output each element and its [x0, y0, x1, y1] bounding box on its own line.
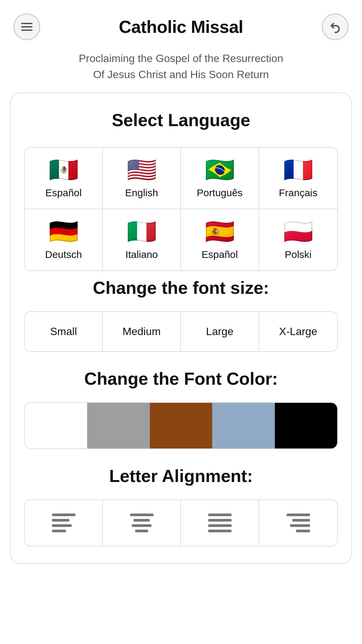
language-label-espanol-mx: Español [45, 187, 81, 199]
flag-es: 🇪🇸 [205, 219, 235, 244]
align-left-icon [52, 514, 75, 532]
font-size-small[interactable]: Small [25, 312, 103, 351]
language-item-portugues[interactable]: 🇧🇷 Português [181, 148, 259, 209]
align-center-button[interactable] [103, 500, 181, 546]
font-size-large[interactable]: Large [181, 312, 259, 351]
align-left-button[interactable] [25, 500, 103, 546]
settings-card: Select Language 🇲🇽 Español 🇺🇸 English 🇧🇷… [10, 93, 352, 564]
language-label-portugues: Português [197, 187, 243, 199]
language-label-polski: Polski [285, 249, 311, 260]
language-item-espanol-mx[interactable]: 🇲🇽 Español [25, 148, 103, 209]
color-brown[interactable] [150, 403, 212, 448]
font-color-section-title: Change the Font Color: [24, 369, 338, 389]
flag-de: 🇩🇪 [49, 219, 79, 244]
language-label-italiano: Italiano [125, 249, 158, 260]
language-item-italiano[interactable]: 🇮🇹 Italiano [103, 209, 181, 270]
font-size-section-title: Change the font size: [24, 278, 338, 298]
language-item-espanol-es[interactable]: 🇪🇸 Español [181, 209, 259, 270]
alignment-row [24, 499, 338, 546]
font-size-row: Small Medium Large X-Large [24, 311, 338, 352]
align-justify-icon [208, 514, 232, 532]
language-item-deutsch[interactable]: 🇩🇪 Deutsch [25, 209, 103, 270]
align-center-icon [130, 514, 154, 532]
flag-br: 🇧🇷 [205, 158, 235, 182]
color-gray[interactable] [87, 403, 149, 448]
language-label-deutsch: Deutsch [45, 249, 82, 260]
language-label-english: English [125, 187, 158, 199]
align-justify-button[interactable] [181, 500, 259, 546]
font-size-medium[interactable]: Medium [103, 312, 181, 351]
flag-fr: 🇫🇷 [283, 158, 313, 182]
language-grid: 🇲🇽 Español 🇺🇸 English 🇧🇷 Português 🇫🇷 Fr… [24, 147, 338, 271]
font-color-row [24, 402, 338, 449]
language-section-title: Select Language [24, 110, 338, 130]
back-icon [328, 20, 342, 34]
alignment-section-title: Letter Alignment: [24, 466, 338, 486]
font-size-xlarge[interactable]: X-Large [259, 312, 337, 351]
menu-button[interactable] [13, 13, 40, 40]
menu-icon [20, 20, 34, 34]
back-button[interactable] [322, 13, 349, 40]
app-header: Catholic Missal [0, 0, 362, 47]
language-label-francais: Français [279, 187, 317, 199]
language-item-polski[interactable]: 🇵🇱 Polski [259, 209, 337, 270]
language-label-espanol-es: Español [201, 249, 238, 260]
align-right-icon [287, 514, 310, 532]
color-black[interactable] [275, 403, 337, 448]
language-item-francais[interactable]: 🇫🇷 Français [259, 148, 337, 209]
flag-us: 🇺🇸 [127, 158, 157, 182]
language-item-english[interactable]: 🇺🇸 English [103, 148, 181, 209]
app-subtitle: Proclaiming the Gospel of the Resurrecti… [0, 47, 362, 93]
color-blue[interactable] [212, 403, 275, 448]
color-white[interactable] [25, 403, 87, 448]
flag-mx: 🇲🇽 [49, 158, 79, 182]
app-title: Catholic Missal [119, 17, 243, 37]
align-right-button[interactable] [259, 500, 337, 546]
flag-it: 🇮🇹 [127, 219, 157, 244]
flag-pl: 🇵🇱 [283, 219, 313, 244]
